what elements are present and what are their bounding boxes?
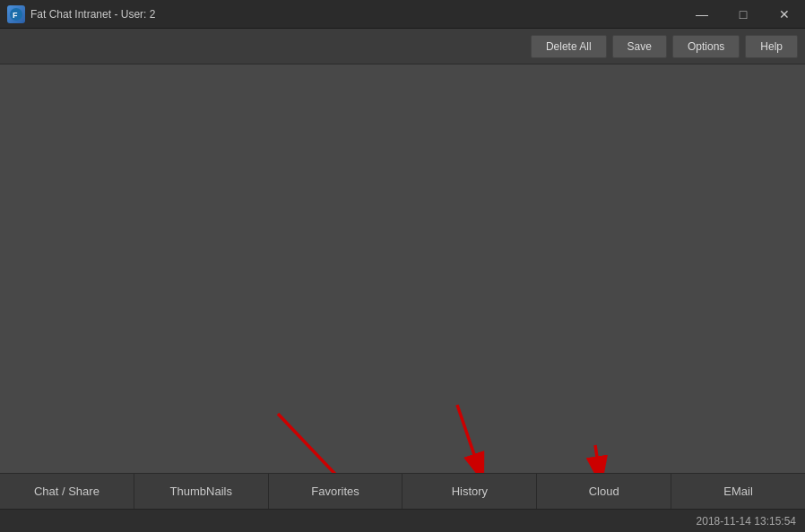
maximize-button[interactable]: □ [723, 0, 764, 29]
tab-favorites[interactable]: Favorites [269, 474, 403, 509]
tab-history[interactable]: History [402, 474, 537, 509]
tab-chat-share[interactable]: Chat / Share [0, 474, 134, 509]
options-button[interactable]: Options [672, 35, 740, 58]
help-button[interactable]: Help [745, 35, 798, 58]
status-timestamp: 2018-11-14 13:15:54 [697, 515, 796, 528]
main-content [0, 64, 805, 473]
svg-line-4 [457, 405, 484, 473]
status-bar: 2018-11-14 13:15:54 [0, 509, 805, 532]
svg-text:F: F [13, 11, 18, 20]
svg-line-3 [278, 414, 363, 473]
title-left: F Fat Chat Intranet - User: 2 [7, 5, 155, 23]
toolbar: Delete All Save Options Help [0, 29, 805, 64]
tab-thumbnails[interactable]: ThumbNails [134, 474, 269, 509]
delete-all-button[interactable]: Delete All [531, 35, 607, 58]
tabs-bar: Chat / Share ThumbNails Favorites Histor… [0, 473, 805, 509]
window-controls: — □ ✕ [681, 0, 805, 29]
arrows-overlay [0, 64, 805, 473]
window-title: Fat Chat Intranet - User: 2 [30, 8, 155, 21]
minimize-button[interactable]: — [681, 0, 723, 29]
svg-line-5 [595, 445, 602, 473]
tab-cloud[interactable]: Cloud [537, 474, 671, 509]
title-bar: F Fat Chat Intranet - User: 2 — □ ✕ [0, 0, 805, 29]
app-icon: F [7, 5, 25, 23]
close-button[interactable]: ✕ [764, 0, 805, 29]
tab-email[interactable]: EMail [671, 474, 805, 509]
save-button[interactable]: Save [612, 35, 667, 58]
